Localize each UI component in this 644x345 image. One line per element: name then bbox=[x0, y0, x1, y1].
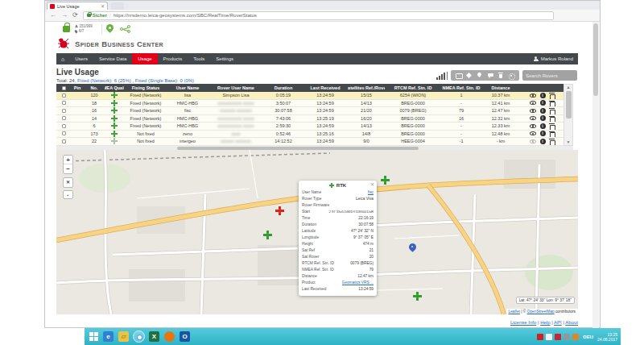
excel-icon[interactable]: X bbox=[149, 331, 159, 342]
about-link[interactable]: About bbox=[565, 320, 578, 325]
leaflet-link[interactable]: Leaflet bbox=[509, 310, 520, 314]
row-checkbox[interactable] bbox=[62, 131, 66, 135]
help-link[interactable]: Help bbox=[540, 320, 550, 325]
zoom-out-button[interactable]: − bbox=[64, 164, 72, 173]
table-row[interactable]: 120Fixed (Network)lisaSimpson Lisa0:05:1… bbox=[56, 92, 564, 100]
view-eye-icon[interactable] bbox=[530, 124, 536, 128]
page-scrollbar[interactable] bbox=[592, 22, 599, 328]
row-checkbox[interactable] bbox=[62, 94, 66, 98]
map-pin-icon[interactable] bbox=[106, 24, 114, 34]
view-eye-icon[interactable] bbox=[530, 139, 536, 143]
popup-row-value[interactable]: Geomatics VRS ... bbox=[342, 280, 374, 286]
chrome-icon[interactable] bbox=[134, 331, 144, 342]
column-header[interactable] bbox=[56, 84, 71, 92]
explorer-folder-icon[interactable]: ▱ bbox=[118, 331, 129, 342]
network-status-icon[interactable] bbox=[120, 25, 130, 33]
select-all-checkbox[interactable] bbox=[62, 86, 66, 90]
row-checkbox[interactable] bbox=[62, 139, 66, 143]
view-eye-icon[interactable] bbox=[530, 94, 536, 98]
delete-row-icon[interactable] bbox=[550, 139, 555, 144]
map-close-tool-button[interactable]: ✕ bbox=[64, 178, 72, 187]
scroll-down-icon[interactable]: ▼ bbox=[565, 139, 572, 145]
taskbar-clock[interactable]: 13:2524.08.2017 bbox=[597, 332, 617, 342]
api-link[interactable]: API bbox=[554, 320, 562, 325]
column-header[interactable]: Pin bbox=[71, 84, 84, 92]
forward-icon[interactable]: → bbox=[61, 12, 68, 19]
column-header[interactable]: Duration bbox=[264, 84, 303, 92]
browser-tab[interactable]: Live Usage ✕ bbox=[47, 2, 108, 10]
page-scrollbar-thumb[interactable] bbox=[593, 23, 598, 96]
column-header[interactable]: Satellites Ref./Rover bbox=[348, 84, 385, 92]
settings-gear-icon[interactable] bbox=[508, 73, 514, 79]
license-info-link[interactable]: License Info bbox=[510, 320, 536, 325]
column-header[interactable]: NMEA Quality bbox=[105, 84, 124, 92]
table-row[interactable]: 173Not fixedzenoxxxx0:52:4613:25:1614/8B… bbox=[56, 131, 564, 139]
info-icon[interactable]: i bbox=[540, 131, 546, 136]
row-checkbox-cell[interactable] bbox=[56, 107, 71, 114]
row-checkbox[interactable] bbox=[62, 124, 66, 128]
row-checkbox-cell[interactable] bbox=[56, 115, 71, 123]
column-header[interactable]: Distance bbox=[481, 84, 520, 92]
tray-icon-gray[interactable] bbox=[564, 334, 570, 340]
zoom-in-button[interactable]: + bbox=[64, 156, 72, 164]
column-header[interactable]: Last Received bbox=[303, 84, 348, 92]
info-icon[interactable]: i bbox=[540, 100, 546, 106]
column-header[interactable]: NMEA Ref. Stn. ID bbox=[441, 84, 481, 92]
row-checkbox[interactable] bbox=[62, 109, 66, 113]
nav-item-products[interactable]: Products bbox=[158, 53, 188, 64]
info-icon[interactable]: i bbox=[540, 108, 546, 114]
row-checkbox-cell[interactable] bbox=[56, 100, 71, 107]
popup-close-icon[interactable]: ✕ bbox=[370, 181, 374, 187]
row-checkbox-cell[interactable] bbox=[56, 138, 71, 145]
column-header[interactable]: No. bbox=[84, 84, 105, 92]
language-indicator[interactable]: DEU bbox=[583, 335, 593, 339]
map-view-icon[interactable] bbox=[477, 73, 483, 79]
refresh-icon[interactable]: ⟳ bbox=[72, 12, 78, 19]
back-icon[interactable]: ← bbox=[50, 12, 56, 19]
column-header[interactable]: Fixing Status bbox=[124, 84, 167, 92]
table-vscrollbar[interactable]: ▲ ▼ bbox=[564, 84, 573, 146]
summary-fixed-network[interactable]: Fixed (Network): 6 (25%) bbox=[77, 78, 131, 83]
osm-link[interactable]: OpenStreetMap bbox=[527, 310, 555, 314]
table-row[interactable]: 18Fixed (Network)HMC-HBGxxxxxxxxxxx xxxx… bbox=[56, 100, 564, 108]
column-header[interactable] bbox=[520, 84, 564, 92]
tray-icon-orange[interactable] bbox=[572, 334, 579, 340]
delete-icon[interactable] bbox=[497, 73, 504, 79]
monitor-view-icon[interactable] bbox=[456, 73, 462, 79]
address-bar[interactable]: Sicher | https://nrsdemo.leica-geosystem… bbox=[83, 11, 554, 20]
delete-row-icon[interactable] bbox=[550, 116, 555, 122]
nav-item-tools[interactable]: Tools bbox=[188, 53, 210, 64]
delete-row-icon[interactable] bbox=[550, 101, 555, 106]
popup-row-value[interactable]: fisc bbox=[368, 189, 374, 196]
table-row[interactable]: 22Not fixedintergeoxxxxxx xxxxxxx14:12:5… bbox=[56, 138, 564, 146]
row-checkbox[interactable] bbox=[62, 116, 66, 120]
nav-item-usage[interactable]: Usage bbox=[132, 53, 157, 64]
info-icon[interactable]: i bbox=[540, 139, 546, 144]
column-header[interactable]: RTCM Ref. Stn. ID bbox=[385, 84, 441, 92]
tray-icon-red[interactable] bbox=[537, 334, 543, 340]
info-icon[interactable]: i bbox=[540, 93, 546, 98]
row-checkbox-cell[interactable] bbox=[56, 123, 71, 130]
view-eye-icon[interactable] bbox=[530, 116, 536, 120]
start-button-icon[interactable] bbox=[89, 332, 98, 341]
delete-row-icon[interactable] bbox=[550, 108, 555, 114]
row-checkbox-cell[interactable] bbox=[56, 131, 71, 138]
signal-bars-icon[interactable] bbox=[436, 72, 448, 80]
scroll-up-icon[interactable]: ▲ bbox=[565, 85, 572, 90]
map-box-select-button[interactable]: ▪ bbox=[64, 191, 72, 200]
tray-icon-shield[interactable] bbox=[555, 334, 561, 340]
view-eye-icon[interactable] bbox=[530, 109, 536, 113]
row-checkbox-cell[interactable] bbox=[56, 92, 71, 99]
delete-row-icon[interactable] bbox=[550, 93, 555, 98]
nav-item-settings[interactable]: Settings bbox=[210, 53, 239, 64]
user-menu[interactable]: Markus Roland bbox=[534, 56, 578, 61]
home-icon[interactable]: ⌂ bbox=[56, 56, 69, 62]
outlook-icon[interactable]: O bbox=[180, 331, 190, 342]
column-header[interactable]: User Name bbox=[167, 84, 208, 92]
firefox-icon[interactable] bbox=[164, 331, 175, 342]
info-icon[interactable]: i bbox=[540, 123, 546, 129]
message-icon[interactable] bbox=[487, 73, 493, 79]
table-vscrollbar-thumb[interactable] bbox=[566, 91, 572, 118]
delete-row-icon[interactable] bbox=[550, 131, 555, 137]
nav-item-service-data[interactable]: Service Data bbox=[93, 53, 132, 64]
